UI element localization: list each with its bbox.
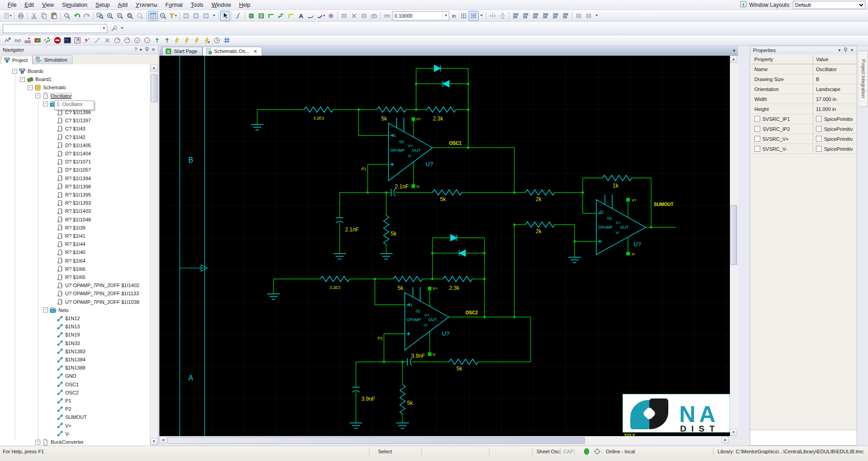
scroll-up-icon[interactable]: ▲ bbox=[150, 64, 158, 72]
tree-item-r-1i65[interactable]: R? $1I65 bbox=[51, 273, 86, 281]
place-component-icon[interactable] bbox=[246, 11, 256, 21]
tree-item-oscillator[interactable]: −Oscillator bbox=[35, 92, 72, 100]
paste-icon[interactable] bbox=[49, 11, 59, 21]
delete-grey-icon[interactable] bbox=[349, 11, 359, 21]
tree-item-p1[interactable]: P1 bbox=[51, 397, 71, 405]
checkbox-icon[interactable] bbox=[754, 146, 760, 152]
simulation-probe-icon[interactable] bbox=[3, 35, 13, 45]
tree-item-r-1i1393[interactable]: R? $1I1393 bbox=[51, 199, 91, 207]
chevron-down-icon[interactable]: ▾ bbox=[839, 48, 841, 53]
transient-icon[interactable] bbox=[212, 35, 222, 45]
checkbox-icon[interactable] bbox=[816, 126, 822, 132]
zoom-minus-icon[interactable] bbox=[158, 11, 168, 21]
print-icon[interactable] bbox=[16, 11, 26, 21]
align-bottom-icon[interactable] bbox=[561, 11, 571, 21]
filter-icon[interactable]: ▼ bbox=[168, 11, 178, 21]
zoom-out-icon[interactable] bbox=[115, 11, 125, 21]
measure-icon[interactable] bbox=[382, 11, 392, 21]
toolbar-overflow[interactable]: ⏷ bbox=[480, 13, 483, 18]
tree-item-r-1i41[interactable]: R? $1I41 bbox=[51, 232, 86, 240]
tab-close-icon[interactable]: ✕ bbox=[254, 49, 257, 54]
tree-item-c-1i1397[interactable]: C? $1I1397 bbox=[51, 116, 91, 125]
scroll-down-icon[interactable]: ▼ bbox=[730, 429, 737, 436]
checkbox-icon[interactable] bbox=[816, 146, 822, 152]
tree-item-r-1i1395[interactable]: R? $1I1395 bbox=[51, 191, 91, 199]
zoom-area-icon[interactable] bbox=[125, 11, 135, 21]
export-window-icon[interactable] bbox=[72, 35, 82, 45]
menu-file[interactable]: File bbox=[4, 1, 20, 9]
waveform-viewer-icon[interactable] bbox=[62, 35, 72, 45]
view-results-icon[interactable] bbox=[13, 35, 23, 45]
remove-source-icon[interactable] bbox=[202, 35, 212, 45]
help-icon[interactable]: ? bbox=[134, 47, 137, 53]
window-layouts-select[interactable]: Default bbox=[793, 1, 865, 9]
special-component-icon[interactable] bbox=[326, 11, 336, 21]
model-assign-icon[interactable] bbox=[33, 35, 43, 45]
tree-item-schematic[interactable]: −Schematic bbox=[28, 83, 66, 91]
tree-item-c-1i42[interactable]: C? $1I42 bbox=[51, 133, 86, 141]
tree-item-buckconverter[interactable]: +BuckConverter bbox=[35, 438, 84, 446]
tree-item--1n13[interactable]: $1N13 bbox=[51, 322, 80, 331]
chevron-down-icon[interactable]: ▾ bbox=[140, 47, 142, 53]
new-document-icon[interactable]: ▼ bbox=[3, 11, 13, 21]
navigator-scrollbar[interactable]: ▲ ▼ bbox=[150, 64, 158, 445]
scroll-left-icon[interactable]: ◄ bbox=[159, 437, 167, 444]
grid-display-icon[interactable] bbox=[459, 11, 469, 21]
tree-item-u-opamp-7pin-2off-1i1038[interactable]: U? OPAMP_7PIN_2OFF $1I1038 bbox=[51, 298, 139, 306]
tree-item-p2[interactable]: P2 bbox=[51, 405, 71, 413]
close-icon[interactable]: ✕ bbox=[850, 48, 854, 53]
canvas-vscrollbar[interactable]: ▲ ▼ bbox=[730, 56, 738, 436]
place-part-icon[interactable] bbox=[181, 11, 191, 21]
tab-schematic[interactable]: Schematic.Os... ✕ bbox=[202, 47, 262, 56]
tree-expander-icon[interactable]: − bbox=[28, 85, 33, 90]
tree-item--1n19[interactable]: $1N19 bbox=[51, 331, 80, 339]
schematic-canvas[interactable]: NA DIST 3.2E35k2.3kV+V-OSC1P12.1nF5k2k2k… bbox=[159, 56, 730, 436]
ac-source-icon[interactable] bbox=[172, 35, 182, 45]
tab-start-page[interactable]: S Start Page bbox=[162, 47, 202, 56]
navigator-tab-simulation[interactable]: Simulation bbox=[33, 55, 72, 64]
tree-item--1n1383[interactable]: $1N1383 bbox=[51, 347, 86, 355]
checkbox-icon[interactable] bbox=[816, 116, 822, 122]
probe-grey-icon[interactable] bbox=[92, 35, 102, 45]
tree-item-d-1i1057[interactable]: D? $1I1057 bbox=[51, 166, 91, 174]
target-icon[interactable] bbox=[594, 448, 600, 455]
align-middle-icon[interactable] bbox=[551, 11, 561, 21]
tree-item-v-[interactable]: V- bbox=[51, 430, 70, 438]
undo-icon[interactable] bbox=[72, 11, 82, 21]
menu-утилиты[interactable]: Утилиты bbox=[132, 1, 162, 9]
tree-item-c-1i43[interactable]: C? $1I43 bbox=[51, 125, 86, 133]
tree-expander-icon[interactable]: − bbox=[12, 69, 17, 74]
scroll-thumb[interactable] bbox=[168, 437, 585, 444]
align-right-icon[interactable] bbox=[531, 11, 541, 21]
copy-icon[interactable] bbox=[39, 11, 49, 21]
place-part3-icon[interactable] bbox=[201, 11, 211, 21]
wire-zigzag-icon[interactable] bbox=[276, 11, 286, 21]
tree-item-r-1i1398[interactable]: R? $1I1398 bbox=[51, 182, 91, 191]
scroll-right-icon[interactable]: ► bbox=[722, 437, 729, 444]
scroll-down-icon[interactable]: ▼ bbox=[150, 438, 158, 445]
delete-probe-icon[interactable] bbox=[102, 35, 112, 45]
menu-tools[interactable]: Tools bbox=[187, 1, 207, 9]
tree-item-boards[interactable]: −Boards bbox=[12, 67, 43, 75]
tree-item-r-1i44[interactable]: R? $1I44 bbox=[51, 240, 86, 248]
tree-item-u-opamp-7pin-2off-1i1402[interactable]: U? OPAMP_7PIN_2OFF $1I1402 bbox=[51, 281, 139, 289]
symbol-library-icon[interactable] bbox=[256, 11, 266, 21]
pulse-source-icon[interactable] bbox=[192, 35, 202, 45]
align-top-icon[interactable] bbox=[541, 11, 551, 21]
tree-item--1n1388[interactable]: $1N1388 bbox=[51, 364, 86, 372]
grid-analysis-icon[interactable] bbox=[222, 35, 232, 45]
tree-expander-icon[interactable]: − bbox=[35, 93, 40, 98]
toolbar-overflow[interactable]: ⏷ bbox=[212, 13, 216, 18]
voltmeter-icon[interactable] bbox=[112, 35, 122, 45]
fall-marker-icon[interactable] bbox=[162, 35, 172, 45]
measurement-tool-icon[interactable] bbox=[23, 35, 33, 45]
zoom-previous-icon[interactable] bbox=[135, 11, 145, 21]
tree-item-v-[interactable]: V+ bbox=[51, 422, 72, 430]
toolbar-overflow[interactable]: ⏷ bbox=[120, 26, 124, 31]
menu-format[interactable]: Format bbox=[161, 1, 187, 9]
tree-expander-icon[interactable]: − bbox=[20, 77, 25, 82]
tree-item-nets[interactable]: −Nets bbox=[43, 306, 69, 314]
menu-window[interactable]: Window bbox=[207, 1, 235, 9]
menu-simulation[interactable]: Simulation bbox=[58, 1, 91, 9]
zoom-window-icon[interactable] bbox=[95, 11, 105, 21]
